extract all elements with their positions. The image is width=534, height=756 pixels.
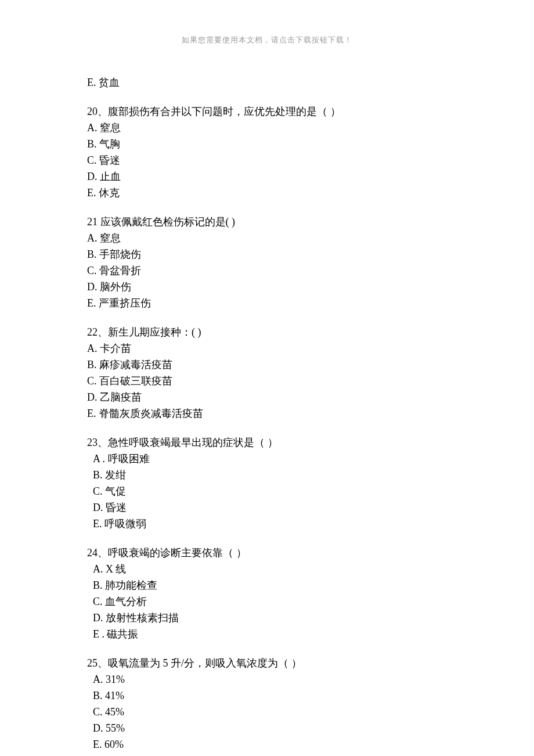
question-option: C. 血气分析 [87,593,447,610]
question-block: 23、急性呼吸衰竭最早出现的症状是（ ）A . 呼吸困难B. 发绀C. 气促D.… [87,434,447,532]
question-option: D. 止血 [87,168,447,185]
question-stem: 24、呼吸衰竭的诊断主要依靠（ ） [87,545,447,561]
question-option: E. 脊髓灰质炎减毒活疫苗 [87,405,447,422]
document-page: 如果您需要使用本文档，请点击下载按钮下载！ E. 贫血 20、腹部损伤有合并以下… [0,0,534,756]
question-option: D. 乙脑疫苗 [87,389,447,405]
question-stem: 23、急性呼吸衰竭最早出现的症状是（ ） [87,434,447,451]
question-option: B. 41% [87,687,447,704]
question-option: E. 严重挤压伤 [87,295,447,311]
question-option: B. 麻疹减毒活疫苗 [87,357,447,373]
question-option: B. 发绀 [87,467,447,483]
question-option: C. 45% [87,704,447,720]
question-option: B. 手部烧伤 [87,246,447,262]
question-option: A. 窒息 [87,120,447,136]
question-stem: 21 应该佩戴红色检伤标记的是( ) [87,214,447,230]
question-option: B. 气胸 [87,136,447,152]
question-option: C. 昏迷 [87,152,447,168]
question-option: E. 呼吸微弱 [87,516,447,532]
question-option: D. 55% [87,720,447,736]
question-option: D. 脑外伤 [87,279,447,295]
header-download-note: 如果您需要使用本文档，请点击下载按钮下载！ [87,35,447,45]
question-option: A . 呼吸困难 [87,451,447,467]
question-block: 25、吸氧流量为 5 升/分，则吸入氧浓度为（ ）A. 31%B. 41%C. … [87,655,447,753]
question-option: D. 昏迷 [87,499,447,516]
question-block: 24、呼吸衰竭的诊断主要依靠（ ）A. X 线B. 肺功能检查C. 血气分析D.… [87,545,447,642]
question-option: A. X 线 [87,561,447,577]
question-option: D. 放射性核素扫描 [87,610,447,626]
question-block: 22、新生儿期应接种：( )A. 卡介苗B. 麻疹减毒活疫苗C. 百白破三联疫苗… [87,324,447,422]
question-option: C. 气促 [87,483,447,499]
question-option: A. 卡介苗 [87,340,447,357]
orphan-option: E. 贫血 [87,74,447,91]
questions-container: 20、腹部损伤有合并以下问题时，应优先处理的是（ ）A. 窒息B. 气胸C. 昏… [87,103,447,753]
question-option: C. 百白破三联疫苗 [87,373,447,389]
question-option: A. 31% [87,671,447,687]
question-stem: 22、新生儿期应接种：( ) [87,324,447,340]
question-option: B. 肺功能检查 [87,577,447,593]
question-option: C. 骨盆骨折 [87,262,447,279]
question-option: E . 磁共振 [87,626,447,642]
question-stem: 25、吸氧流量为 5 升/分，则吸入氧浓度为（ ） [87,655,447,671]
question-option: E. 60% [87,736,447,753]
question-option: E. 休克 [87,185,447,201]
question-block: 20、腹部损伤有合并以下问题时，应优先处理的是（ ）A. 窒息B. 气胸C. 昏… [87,103,447,201]
question-option: A. 窒息 [87,230,447,246]
question-block: 21 应该佩戴红色检伤标记的是( )A. 窒息B. 手部烧伤C. 骨盆骨折D. … [87,214,447,311]
question-stem: 20、腹部损伤有合并以下问题时，应优先处理的是（ ） [87,103,447,120]
